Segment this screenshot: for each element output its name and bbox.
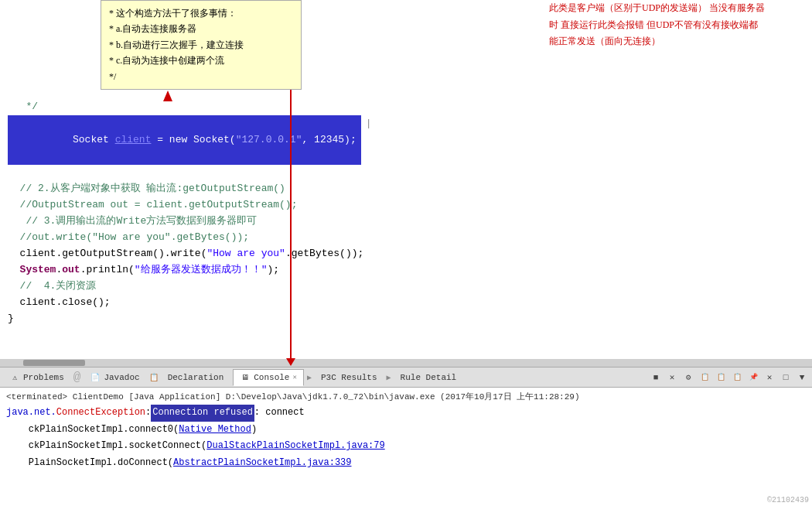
- code-line-brace: }: [0, 311, 812, 327]
- small-up-arrow: [163, 91, 172, 101]
- maximize-button[interactable]: □: [779, 371, 793, 385]
- tab-problems[interactable]: ⚠ Problems: [3, 369, 70, 386]
- console-close-icon: ✕: [292, 373, 296, 381]
- console-icon: 🖥: [240, 372, 251, 383]
- error-exception: ConnectException: [56, 405, 145, 422]
- code-line-println: System.out.println("给服务器发送数据成功！！");: [0, 262, 812, 279]
- tab-separator-2: 📋: [149, 373, 159, 382]
- code-line-close: client.close();: [0, 295, 812, 311]
- tab-declaration[interactable]: Declaration: [162, 369, 230, 386]
- stack-line-2-prefix: ckPlainSocketImpl.socketConnect(: [6, 438, 206, 455]
- code-editor: * 这个构造方法干了很多事情： * a.自动去连接服务器 * b.自动进行三次握…: [0, 0, 812, 367]
- error-connect: : connect: [254, 405, 305, 422]
- tab-p3c-label: P3C Results: [321, 373, 377, 382]
- code-content: */ Socket client = new Socket("127.0.0.1…: [0, 93, 812, 333]
- console-error-line-1: java.net.ConnectException: Connection re…: [6, 405, 806, 422]
- copy-button-2[interactable]: 📋: [714, 371, 728, 385]
- stack-line-3-prefix: PlainSocketImpl.doConnect(: [6, 455, 173, 472]
- console-error-line-4: PlainSocketImpl.doConnect(AbstractPlainS…: [6, 455, 806, 472]
- tab-rule[interactable]: Rule Detail: [394, 369, 463, 386]
- tab-separator-1: @: [73, 371, 81, 385]
- annotation-right-line3: 能正常发送（面向无连接）: [549, 33, 766, 50]
- console-content: <terminated> ClientDemo [Java Applicatio…: [0, 388, 812, 506]
- code-line-comment1: // 2.从客户端对象中获取 输出流:getOutputStream(): [0, 181, 812, 197]
- close-toolbar-button[interactable]: ✕: [763, 371, 776, 385]
- remove-button[interactable]: ✕: [665, 371, 679, 385]
- code-line-comment2: //OutputStream out = client.getOutputStr…: [0, 197, 812, 214]
- watermark: ©21102439: [767, 496, 809, 504]
- stack-line-1-prefix: ckPlainSocketImpl.connect0(: [6, 422, 179, 439]
- tab-rule-label: Rule Detail: [401, 373, 457, 382]
- annotation-right-line2: 时 直接运行此类会报错 但UDP不管有没有接收端都: [549, 17, 766, 34]
- annotation-line-1: * 这个构造方法干了很多事情：: [109, 5, 293, 21]
- annotation-right-line1: 此类是客户端（区别于UDP的发送端） 当没有服务器: [549, 0, 766, 17]
- stack-line-2-link[interactable]: DualStackPlainSocketImpl.java:79: [206, 438, 384, 455]
- code-line-comment4: //out.write("How are you".getBytes());: [0, 230, 812, 246]
- code-line-empty: [0, 165, 812, 181]
- javadoc-icon: 📄: [90, 372, 101, 383]
- tab-declaration-label: Declaration: [168, 373, 224, 382]
- main-container: * 这个构造方法干了很多事情： * a.自动去连接服务器 * b.自动进行三次握…: [0, 0, 812, 506]
- code-line: */: [0, 99, 812, 115]
- tab-separator-3: ▶: [307, 373, 312, 382]
- tab-p3c[interactable]: P3C Results: [315, 369, 384, 386]
- socket-line: Socket client = new Socket("127.0.0.1", …: [0, 115, 812, 165]
- annotation-line-3: * b.自动进行三次握手，建立连接: [109, 37, 293, 53]
- tabs-bar: ⚠ Problems @ 📄 Javadoc 📋 Declaration 🖥 C…: [0, 368, 812, 388]
- error-colon: :: [145, 405, 151, 422]
- console-path-line: <terminated> ClientDemo [Java Applicatio…: [6, 391, 806, 402]
- bottom-panel: ⚠ Problems @ 📄 Javadoc 📋 Declaration 🖥 C…: [0, 367, 812, 506]
- problems-icon: ⚠: [9, 372, 20, 383]
- annotation-right: 此类是客户端（区别于UDP的发送端） 当没有服务器 时 直接运行此类会报错 但U…: [549, 0, 766, 50]
- tab-toolbar: ■ ✕ ⚙ 📋 📋 📋 📌 ✕ □ ▼: [649, 371, 809, 385]
- connection-refused-text: Connection refused: [151, 405, 254, 422]
- scrollbar-thumb[interactable]: [23, 360, 85, 366]
- stack-line-3-link[interactable]: AbstractPlainSocketImpl.java:339: [173, 455, 351, 472]
- dropdown-button[interactable]: ▼: [795, 371, 809, 385]
- annotation-box: * 这个构造方法干了很多事情： * a.自动去连接服务器 * b.自动进行三次握…: [101, 0, 302, 90]
- annotation-line-4: * c.自动为连接中创建两个流: [109, 53, 293, 68]
- settings-button[interactable]: ⚙: [681, 371, 695, 385]
- copy-button-1[interactable]: 📋: [698, 371, 711, 385]
- arrow-line: [290, 74, 292, 360]
- arrow-head: [286, 358, 295, 366]
- tab-javadoc[interactable]: 📄 Javadoc: [84, 369, 145, 386]
- horizontal-scrollbar[interactable]: [0, 359, 812, 367]
- stop-button[interactable]: ■: [649, 371, 663, 385]
- stack-line-1-link[interactable]: Native Method: [179, 422, 251, 439]
- code-line-getoutput: client.getOutputStream().write("How are …: [0, 246, 812, 262]
- copy-button-3[interactable]: 📋: [730, 371, 744, 385]
- code-line-comment5: // 4.关闭资源: [0, 279, 812, 295]
- error-class-prefix: java.net.: [6, 405, 56, 422]
- tab-console-label: Console: [254, 373, 289, 382]
- console-error-line-2: ckPlainSocketImpl.connect0(Native Method…: [6, 422, 806, 439]
- tab-javadoc-label: Javadoc: [104, 373, 139, 382]
- tab-problems-label: Problems: [23, 373, 64, 382]
- code-line-comment3: // 3.调用输出流的Write方法写数据到服务器即可: [0, 214, 812, 230]
- annotation-line-5: */: [109, 69, 293, 84]
- annotation-line-2: * a.自动去连接服务器: [109, 21, 293, 36]
- tab-console[interactable]: 🖥 Console ✕: [233, 369, 304, 386]
- pin-button[interactable]: 📌: [746, 371, 760, 385]
- console-error-line-3: ckPlainSocketImpl.socketConnect(DualStac…: [6, 438, 806, 455]
- tab-separator-4: ▶: [387, 373, 391, 382]
